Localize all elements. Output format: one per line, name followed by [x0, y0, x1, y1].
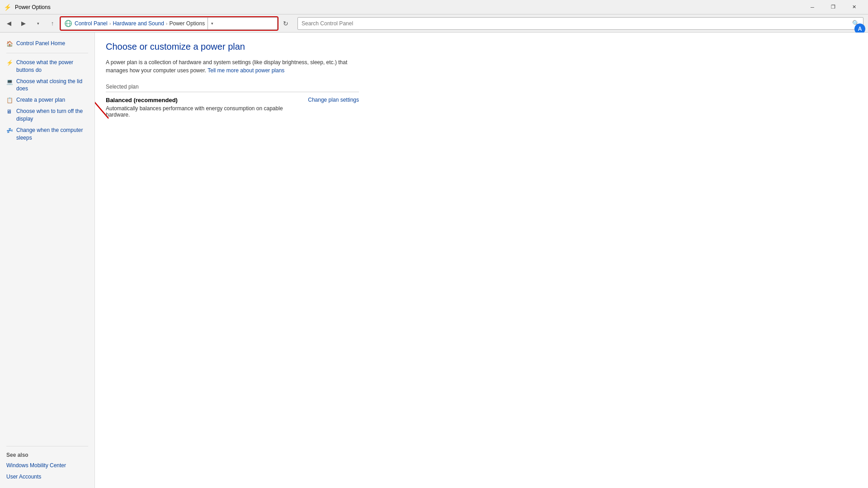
sidebar-divider-2	[6, 446, 88, 446]
power-icon: ⚡	[6, 59, 14, 66]
sidebar-item-mobility-center[interactable]: Windows Mobility Center	[0, 460, 94, 471]
close-button[interactable]: ✕	[844, 0, 864, 14]
plan-row: Balanced (recommended) Automatically bal…	[106, 97, 359, 118]
main-area: 🏠 Control Panel Home ⚡ Choose what the p…	[0, 33, 868, 488]
create-plan-icon: 📋	[6, 97, 14, 104]
breadcrumb: Control Panel › Hardware and Sound › Pow…	[75, 20, 205, 27]
sidebar-item-user-accounts[interactable]: User Accounts	[0, 471, 94, 483]
breadcrumb-power-options[interactable]: Power Options	[169, 20, 205, 27]
search-input[interactable]	[302, 20, 849, 27]
sleep-icon: 💤	[6, 127, 14, 134]
window-controls: ─ ❐ ✕	[802, 0, 864, 14]
address-dropdown-button[interactable]: ▾	[208, 17, 217, 30]
plan-desc: Automatically balances performance with …	[106, 105, 299, 118]
forward-button[interactable]: ▶	[17, 17, 30, 30]
up-button[interactable]: ↑	[46, 17, 59, 30]
sidebar-item-create-plan[interactable]: 📋 Create a power plan	[0, 94, 94, 106]
minimize-button[interactable]: ─	[802, 0, 823, 14]
breadcrumb-hardware-sound[interactable]: Hardware and Sound	[113, 20, 164, 27]
sidebar-item-computer-sleeps[interactable]: 💤 Change when the computer sleeps	[0, 125, 94, 144]
learn-more-link[interactable]: Tell me more about power plans	[208, 67, 284, 74]
display-icon: 🖥	[6, 108, 14, 115]
restore-button[interactable]: ❐	[823, 0, 844, 14]
plan-info: Balanced (recommended) Automatically bal…	[106, 97, 299, 118]
laptop-icon: 💻	[6, 78, 14, 85]
plan-name: Balanced (recommended)	[106, 97, 299, 103]
sidebar: 🏠 Control Panel Home ⚡ Choose what the p…	[0, 33, 95, 488]
sidebar-item-closing-lid[interactable]: 💻 Choose what closing the lid does	[0, 76, 94, 95]
sidebar-item-power-buttons[interactable]: ⚡ Choose what the power buttons do	[0, 57, 94, 76]
title-bar: ⚡ Power Options ─ ❐ ✕	[0, 0, 868, 14]
back-button[interactable]: ◀	[3, 17, 15, 30]
sidebar-divider-1	[6, 53, 88, 53]
section-header: Selected plan	[106, 84, 359, 92]
address-bar: ◀ ▶ ▾ ↑ Control Panel › Hardware and Sou…	[0, 14, 868, 33]
sidebar-item-turn-off-display[interactable]: 🖥 Choose when to turn off the display	[0, 106, 94, 125]
description-text: A power plan is a collection of hardware…	[106, 58, 359, 75]
globe-icon	[65, 20, 72, 27]
window-title: Power Options	[15, 4, 51, 10]
search-box[interactable]: 🔍	[297, 17, 863, 30]
address-box[interactable]: Control Panel › Hardware and Sound › Pow…	[61, 17, 278, 30]
change-plan-link[interactable]: Change plan settings	[308, 97, 359, 103]
sidebar-item-control-panel-home[interactable]: 🏠 Control Panel Home	[0, 38, 94, 49]
home-icon: 🏠	[6, 40, 14, 47]
window-icon: ⚡	[4, 4, 11, 11]
selected-plan-section: Selected plan Balanced (recommended) Aut…	[106, 84, 359, 118]
content-area: Choose or customize a power plan A power…	[95, 33, 868, 488]
see-also-label: See also	[0, 450, 94, 460]
refresh-button[interactable]: ↻	[279, 17, 292, 30]
dropdown-recent-button[interactable]: ▾	[32, 17, 44, 30]
page-title: Choose or customize a power plan	[106, 42, 857, 52]
breadcrumb-control-panel[interactable]: Control Panel	[75, 20, 108, 27]
